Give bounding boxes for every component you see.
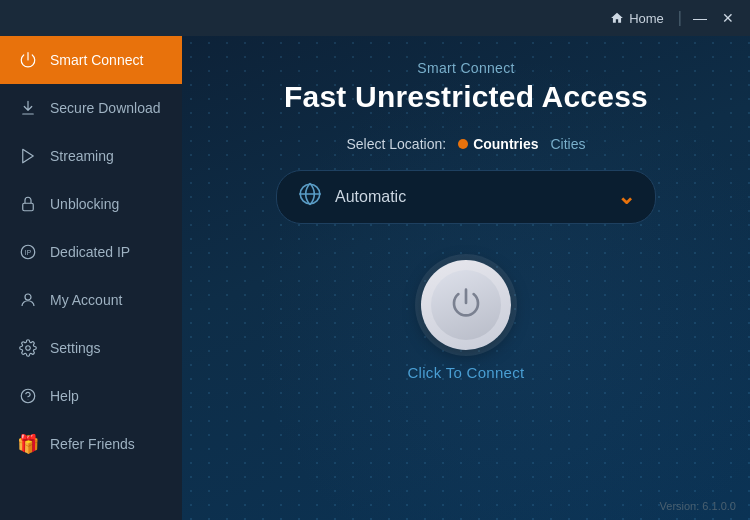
sidebar: Smart Connect Secure Download Streaming bbox=[0, 36, 182, 520]
connect-label: Click To Connect bbox=[407, 364, 524, 381]
minimize-button[interactable]: — bbox=[686, 6, 714, 30]
home-button[interactable]: Home bbox=[600, 7, 674, 30]
content-inner: Smart Connect Fast Unrestricted Access S… bbox=[182, 36, 750, 391]
location-dropdown[interactable]: Automatic ⌄ bbox=[276, 170, 656, 224]
sidebar-label-unblocking: Unblocking bbox=[50, 196, 119, 212]
sidebar-item-settings[interactable]: Settings bbox=[0, 324, 182, 372]
select-location-label: Select Location: bbox=[347, 136, 447, 152]
svg-text:IP: IP bbox=[25, 249, 32, 256]
play-icon bbox=[18, 146, 38, 166]
countries-radio[interactable]: Countries bbox=[458, 136, 538, 152]
sidebar-label-my-account: My Account bbox=[50, 292, 122, 308]
home-label: Home bbox=[629, 11, 664, 26]
close-button[interactable]: ✕ bbox=[714, 6, 742, 30]
svg-point-5 bbox=[26, 346, 31, 351]
select-location-row: Select Location: Countries Cities bbox=[347, 136, 586, 152]
help-icon bbox=[18, 386, 38, 406]
sidebar-item-refer-friends[interactable]: 🎁 Refer Friends bbox=[0, 420, 182, 468]
sidebar-label-dedicated-ip: Dedicated IP bbox=[50, 244, 130, 260]
sidebar-label-refer-friends: Refer Friends bbox=[50, 436, 135, 452]
svg-rect-1 bbox=[23, 203, 34, 211]
dropdown-left: Automatic bbox=[297, 181, 406, 213]
dropdown-chevron-icon: ⌄ bbox=[617, 184, 635, 210]
connect-power-icon bbox=[450, 287, 482, 324]
sidebar-label-settings: Settings bbox=[50, 340, 101, 356]
svg-marker-0 bbox=[23, 149, 34, 163]
connect-btn-inner bbox=[431, 270, 501, 340]
sidebar-item-my-account[interactable]: My Account bbox=[0, 276, 182, 324]
sidebar-label-smart-connect: Smart Connect bbox=[50, 52, 143, 68]
sidebar-item-unblocking[interactable]: Unblocking bbox=[0, 180, 182, 228]
download-icon bbox=[18, 98, 38, 118]
ip-icon: IP bbox=[18, 242, 38, 262]
connect-button-wrapper: Click To Connect bbox=[407, 260, 524, 381]
sidebar-item-streaming[interactable]: Streaming bbox=[0, 132, 182, 180]
sidebar-item-smart-connect[interactable]: Smart Connect bbox=[0, 36, 182, 84]
section-label: Smart Connect bbox=[417, 60, 514, 76]
sidebar-item-secure-download[interactable]: Secure Download bbox=[0, 84, 182, 132]
svg-point-4 bbox=[25, 294, 31, 300]
svg-point-7 bbox=[28, 399, 29, 400]
lock-icon bbox=[18, 194, 38, 214]
titlebar-divider: | bbox=[678, 9, 682, 27]
connect-button[interactable] bbox=[421, 260, 511, 350]
sidebar-label-streaming: Streaming bbox=[50, 148, 114, 164]
dropdown-value: Automatic bbox=[335, 188, 406, 206]
radio-dot-countries bbox=[458, 139, 468, 149]
main-layout: Smart Connect Secure Download Streaming bbox=[0, 36, 750, 520]
gift-icon: 🎁 bbox=[18, 434, 38, 454]
sidebar-label-secure-download: Secure Download bbox=[50, 100, 161, 116]
sidebar-label-help: Help bbox=[50, 388, 79, 404]
sidebar-item-help[interactable]: Help bbox=[0, 372, 182, 420]
power-icon bbox=[18, 50, 38, 70]
version-text: Version: 6.1.0.0 bbox=[660, 500, 736, 512]
content-area: Smart Connect Fast Unrestricted Access S… bbox=[182, 36, 750, 520]
countries-label: Countries bbox=[473, 136, 538, 152]
globe-icon bbox=[297, 181, 323, 213]
settings-icon bbox=[18, 338, 38, 358]
cities-radio[interactable]: Cities bbox=[550, 136, 585, 152]
cities-label: Cities bbox=[550, 136, 585, 152]
svg-point-6 bbox=[21, 389, 35, 403]
sidebar-item-dedicated-ip[interactable]: IP Dedicated IP bbox=[0, 228, 182, 276]
titlebar: Home | — ✕ bbox=[0, 0, 750, 36]
user-icon bbox=[18, 290, 38, 310]
main-title: Fast Unrestricted Access bbox=[284, 80, 648, 114]
